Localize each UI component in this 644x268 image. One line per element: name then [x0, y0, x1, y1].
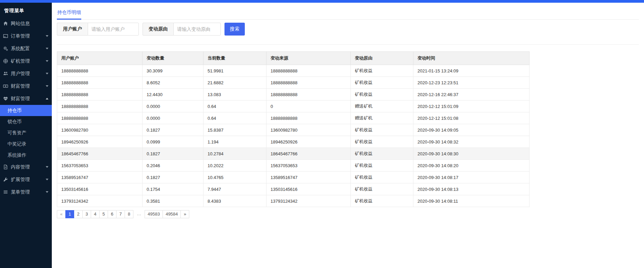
- page-button[interactable]: 8: [125, 210, 133, 218]
- table-cell: 矿机收益: [351, 89, 413, 100]
- table-cell: 矿机收益: [351, 195, 413, 207]
- orders-icon: [3, 34, 8, 39]
- table-cell: 15.8387: [203, 124, 266, 136]
- topbar: [0, 0, 644, 3]
- sidebar-item[interactable]: 菜单管理: [0, 186, 52, 198]
- table-row: 189462509260.09991.19418946250926矿机收益202…: [57, 136, 530, 148]
- table-cell: 矿机收益: [351, 183, 413, 195]
- sidebar-item-label: 网站信息: [11, 21, 30, 27]
- page-button[interactable]: 49583: [145, 210, 163, 218]
- file-icon: [3, 164, 8, 170]
- table-cell: 8.6052: [143, 77, 203, 89]
- table-cell: 矿机收益: [351, 77, 413, 89]
- page-button[interactable]: 7: [116, 210, 125, 218]
- account-input[interactable]: [88, 23, 139, 36]
- table-cell: 0.1827: [143, 172, 203, 183]
- sidebar-item-label: 用户管理: [11, 71, 30, 77]
- sidebar-item[interactable]: 矿机管理: [0, 55, 52, 67]
- sidebar-subitem[interactable]: 可售资产: [0, 127, 52, 138]
- sidebar-item[interactable]: 财富管理: [0, 92, 52, 105]
- table-cell: 0.3581: [143, 195, 203, 207]
- menu-icon: [3, 189, 8, 195]
- sidebar-subitem[interactable]: 中奖记录: [0, 138, 52, 150]
- table-header-row: 用户账户变动数量当前数量变动来源变动原由变动时间: [57, 52, 530, 65]
- sidebar-item-label: 系统配置: [11, 46, 30, 52]
- sidebar-item[interactable]: 内容管理: [0, 161, 52, 173]
- prev-page-button[interactable]: «: [57, 210, 66, 218]
- account-input-group: 用户账户: [57, 23, 139, 36]
- table-cell: 18888888888: [57, 89, 143, 100]
- column-header: 变动数量: [143, 52, 203, 65]
- table-cell: 13793124342: [57, 195, 143, 207]
- page-button[interactable]: 4: [91, 210, 100, 218]
- table-cell: 18888888888: [57, 112, 143, 124]
- column-header: 用户账户: [57, 52, 143, 65]
- sidebar-subitem[interactable]: 持仓币: [0, 105, 52, 116]
- sidebar-item[interactable]: 财富管理: [0, 80, 52, 92]
- table-cell: 0.64: [203, 100, 266, 112]
- table-row: 1888888888830.309951.998118888888888矿机收益…: [57, 65, 530, 77]
- table-cell: 矿机收益: [351, 172, 413, 183]
- table-cell: 2020-12-23 12:23:51: [413, 77, 530, 89]
- page-button[interactable]: 1: [65, 210, 74, 218]
- table-cell: 18645467766: [266, 148, 351, 160]
- gears-icon: [3, 46, 8, 51]
- table-cell: 0.2046: [143, 160, 203, 172]
- form-table-divider: [57, 44, 639, 45]
- page-ellipsis: …: [134, 210, 144, 218]
- table-cell: 18946250926: [57, 136, 143, 148]
- next-page-button[interactable]: »: [180, 210, 189, 218]
- table-cell: 18888888888: [57, 100, 143, 112]
- miner-icon: [3, 59, 8, 64]
- table-cell: 18645467766: [57, 148, 143, 160]
- tab-bar: 持仓币明细: [57, 3, 639, 20]
- table-cell: 10.2784: [203, 148, 266, 160]
- sidebar-subitem[interactable]: 锁仓币: [0, 116, 52, 127]
- table-cell: 矿机收益: [351, 65, 413, 77]
- sidebar-item[interactable]: 订单管理: [0, 30, 52, 42]
- main-content: 持仓币明细 用户账户 变动原由 搜索 用户账户变动数量当前数量变动来源变动原由变…: [52, 3, 644, 268]
- table-cell: 矿机收益: [351, 124, 413, 136]
- search-button[interactable]: 搜索: [224, 23, 245, 36]
- table-cell: 13793124342: [266, 195, 351, 207]
- chevron-down-icon: [46, 48, 48, 49]
- account-label: 用户账户: [57, 23, 88, 36]
- table-cell: 矿机收益: [351, 160, 413, 172]
- table-cell: 0.1827: [143, 148, 203, 160]
- search-form: 用户账户 变动原由 搜索: [57, 23, 639, 36]
- table-cell: 18888888888: [57, 77, 143, 89]
- table-cell: 13.083: [203, 89, 266, 100]
- table-cell: 2020-12-12 15:01:09: [413, 100, 530, 112]
- table-cell: 13600982780: [57, 124, 143, 136]
- table-cell: 赠送矿机: [351, 100, 413, 112]
- table-cell: 2020-09-30 14:08:11: [413, 195, 530, 207]
- page-button[interactable]: 2: [74, 210, 83, 218]
- table-cell: 10.2022: [203, 160, 266, 172]
- page-button[interactable]: 5: [99, 210, 108, 218]
- table-cell: 赠送矿机: [351, 112, 413, 124]
- sidebar-subitem[interactable]: 系统操作: [0, 150, 52, 161]
- table-row: 188888888880.00000.6418888888888赠送矿机2020…: [57, 112, 530, 124]
- chevron-down-icon: [46, 191, 48, 193]
- table-cell: 18888888888: [57, 65, 143, 77]
- reason-input[interactable]: [173, 23, 221, 36]
- sidebar-item[interactable]: 用户管理: [0, 67, 52, 80]
- sidebar-item[interactable]: 扩展管理: [0, 173, 52, 186]
- sidebar-item[interactable]: 网站信息: [0, 17, 52, 30]
- page-button[interactable]: 3: [82, 210, 91, 218]
- table-cell: 2020-09-30 14:09:05: [413, 124, 530, 136]
- column-header: 变动原由: [351, 52, 413, 65]
- table-cell: 2021-01-15 13:24:09: [413, 65, 530, 77]
- sidebar-title: 管理菜单: [0, 3, 52, 17]
- table-cell: 0: [266, 100, 351, 112]
- page-button[interactable]: 6: [108, 210, 116, 218]
- table-cell: 12.4430: [143, 89, 203, 100]
- reason-label: 变动原由: [143, 23, 173, 36]
- sidebar-item[interactable]: 系统配置: [0, 42, 52, 55]
- tab-position-coin-detail[interactable]: 持仓币明细: [57, 7, 81, 20]
- table-cell: 0.0000: [143, 100, 203, 112]
- chevron-up-icon: [46, 98, 48, 99]
- sidebar-menu: 网站信息订单管理系统配置矿机管理用户管理财富管理财富管理持仓币锁仓币可售资产中奖…: [0, 17, 52, 198]
- sidebar: 管理菜单 网站信息订单管理系统配置矿机管理用户管理财富管理财富管理持仓币锁仓币可…: [0, 3, 52, 268]
- page-button[interactable]: 49584: [163, 210, 181, 218]
